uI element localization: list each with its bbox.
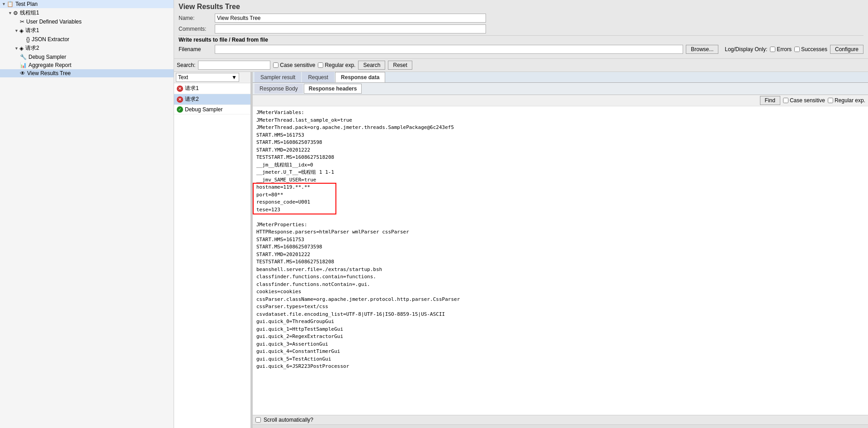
content-line: gui.quick_5=TestActionGui	[256, 356, 864, 363]
tab-response-data[interactable]: Response data	[335, 72, 385, 82]
content-line: cssParser.types=text/css	[256, 303, 864, 311]
scroll-auto-checkbox[interactable]	[255, 417, 261, 423]
arrow-down-icon: ▼	[2, 2, 6, 6]
sidebar-item-thread-group[interactable]: ▼⚙线程组1	[0, 8, 174, 18]
content-line: gui.quick_4=ConstantTimerGui	[256, 348, 864, 356]
find-button[interactable]: Find	[760, 96, 780, 105]
panel-title: View Results Tree	[179, 3, 863, 11]
horizontal-scrollbar[interactable]	[253, 424, 868, 428]
content-line: TESTSTART.MS=1608627518208	[256, 154, 864, 162]
sidebar-item-user-vars[interactable]: ✂User Defined Variables	[0, 18, 174, 26]
successes-checkbox-label[interactable]: Successes	[794, 46, 827, 52]
case-sensitive-checkbox[interactable]	[273, 62, 278, 68]
content-line: __jmv_SAME_USER=true	[256, 176, 864, 184]
content-line: gui.quick_0=ThreadGroupGui	[256, 318, 864, 326]
content-line: gui.quick_1=HttpTestSampleGui	[256, 326, 864, 333]
comments-input[interactable]	[215, 24, 486, 33]
content-line: TESTSTART.MS=1608627518208	[256, 258, 864, 266]
sidebar-item-request2[interactable]: ▼◈请求2	[0, 43, 174, 53]
content-line: START.HMS=161753	[256, 236, 864, 244]
request-icon: ◈	[19, 28, 24, 34]
results-toolbar: Text ▼	[174, 72, 250, 83]
tab-sampler-result[interactable]: Sampler result	[255, 72, 301, 82]
sidebar-item-aggregate-report[interactable]: 📊Aggregate Report	[0, 61, 174, 69]
content-area: JMeterVariables:JMeterThread.last_sample…	[253, 106, 868, 415]
errors-checkbox-label[interactable]: Errors	[770, 46, 792, 52]
find-case-sensitive-label[interactable]: Case sensitive	[783, 97, 825, 104]
result-label: Debug Sampler	[185, 106, 222, 113]
content-line: START.HMS=161753	[256, 132, 864, 139]
filename-row: Filename Browse... Log/Display Only: Err…	[179, 45, 863, 54]
sidebar-item-debug-sampler[interactable]: 🔧Debug Sampler	[0, 53, 174, 61]
results-list: Text ▼ ✕请求1✕请求2✓Debug Sampler	[174, 72, 251, 428]
sidebar-item-label: View Results Tree	[27, 70, 71, 76]
sidebar-item-label: Test Plan	[15, 1, 38, 7]
result-item-debug[interactable]: ✓Debug Sampler	[174, 105, 250, 114]
content-line: __jm__线程组1__idx=0	[256, 162, 864, 169]
tab-request[interactable]: Request	[302, 72, 334, 82]
name-input[interactable]	[215, 14, 486, 23]
main-panel: View Results Tree Name: Comments: Write …	[174, 0, 868, 428]
text-dropdown-value: Text	[178, 74, 188, 81]
find-regular-exp-label[interactable]: Regular exp.	[828, 97, 865, 104]
sub-tabs: Response BodyResponse headers	[253, 83, 868, 95]
detail-panel: Sampler resultRequestResponse data Respo…	[253, 72, 868, 428]
result-label: 请求2	[185, 95, 199, 103]
content-line: JMeterThread.last_sample_ok=true	[256, 117, 864, 124]
arrow-down-icon: ▼	[14, 46, 19, 51]
content-line: classfinder.functions.notContain=.gui.	[256, 281, 864, 289]
regular-exp-checkbox[interactable]	[318, 62, 323, 68]
filename-label: Filename	[179, 46, 215, 52]
browse-button[interactable]: Browse...	[686, 45, 718, 54]
content-line: __jmeter.U_T__=线程组 1 1-1	[256, 169, 864, 176]
scroll-auto-label: Scroll automatically?	[264, 417, 313, 423]
sub-tab-response-body[interactable]: Response Body	[255, 84, 303, 94]
successes-checkbox[interactable]	[794, 47, 800, 52]
panel-header: View Results Tree Name: Comments: Write …	[174, 0, 868, 59]
request-icon: ◈	[19, 45, 24, 52]
reset-button[interactable]: Reset	[388, 61, 412, 70]
find-regular-exp-checkbox[interactable]	[828, 98, 833, 103]
arrow-down-icon: ▼	[14, 29, 19, 33]
main-tabs: Sampler resultRequestResponse data	[253, 72, 868, 83]
sidebar-item-label: Aggregate Report	[28, 62, 71, 68]
results-area: Text ▼ ✕请求1✕请求2✓Debug Sampler Sampler re…	[174, 72, 868, 428]
regular-exp-text: Regular exp.	[325, 62, 355, 68]
search-input[interactable]	[198, 61, 270, 70]
text-dropdown[interactable]: Text ▼	[176, 73, 239, 82]
content-line: cssParser.className=org.apache.jmeter.pr…	[256, 296, 864, 304]
results-items: ✕请求1✕请求2✓Debug Sampler	[174, 83, 250, 114]
sidebar-item-view-results[interactable]: 👁View Results Tree	[0, 69, 174, 77]
case-sensitive-label[interactable]: Case sensitive	[273, 62, 315, 68]
comments-label: Comments:	[179, 26, 215, 32]
content-line: JMeterProperties:	[256, 221, 864, 229]
regular-exp-label[interactable]: Regular exp.	[318, 62, 355, 68]
success-icon: ✓	[177, 106, 183, 113]
sub-tab-response-headers[interactable]: Response headers	[304, 84, 362, 94]
content-line	[256, 214, 864, 221]
search-label: Search:	[177, 62, 195, 68]
find-case-sensitive-checkbox[interactable]	[783, 98, 788, 103]
content-line: port=80**	[256, 191, 864, 199]
search-button[interactable]: Search	[358, 61, 385, 70]
successes-label: Successes	[801, 46, 827, 52]
result-item-req2[interactable]: ✕请求2	[174, 94, 250, 105]
debug-icon: 🔧	[20, 54, 27, 60]
content-line: response_code=U001	[256, 199, 864, 206]
sidebar-item-test-plan[interactable]: ▼📋Test Plan	[0, 0, 174, 8]
error-icon: ✕	[177, 86, 183, 92]
configure-button[interactable]: Configure	[830, 45, 863, 54]
sidebar-item-json-extractor[interactable]: {}JSON Extractor	[0, 35, 174, 43]
errors-checkbox[interactable]	[770, 47, 775, 52]
threadgroup-icon: ⚙	[13, 10, 18, 16]
sidebar-item-request1[interactable]: ▼◈请求1	[0, 26, 174, 35]
log-display-label: Log/Display Only:	[725, 46, 767, 52]
result-item-req1[interactable]: ✕请求1	[174, 83, 250, 94]
find-case-sensitive-text: Case sensitive	[790, 97, 825, 104]
sidebar-item-label: 请求1	[25, 27, 39, 34]
content-line: hostname=119.**.**	[256, 184, 864, 191]
filename-input[interactable]	[215, 45, 683, 54]
content-line: beanshell.server.file=./extras/startup.b…	[256, 266, 864, 274]
testplan-icon: 📋	[7, 1, 14, 7]
filename-controls: Browse... Log/Display Only: Errors Succe…	[686, 45, 863, 54]
